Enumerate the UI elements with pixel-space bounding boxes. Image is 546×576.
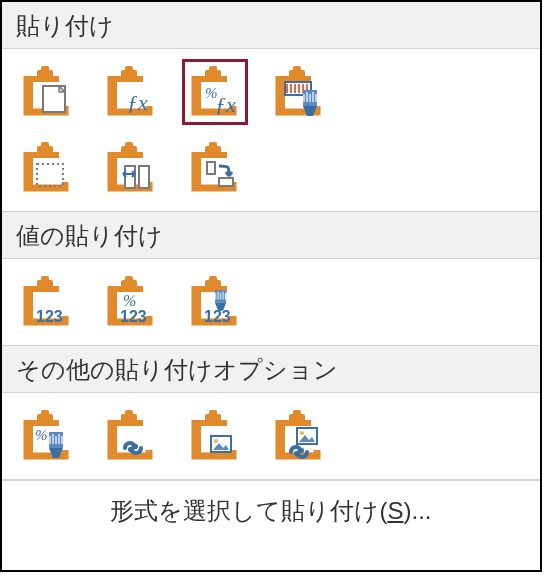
section-title: その他の貼り付けオプション [16, 356, 338, 383]
clipboard-formatting-icon: % [21, 410, 73, 462]
svg-rect-11 [139, 166, 149, 188]
section-header-values: 値の貼り付け [2, 212, 540, 259]
svg-text:123: 123 [36, 308, 63, 325]
svg-text:%: % [35, 427, 48, 443]
paste-values-button[interactable]: 123 [14, 269, 80, 335]
section-title: 値の貼り付け [16, 222, 163, 249]
clipboard-linked-picture-icon [273, 410, 325, 462]
svg-text:%: % [123, 292, 136, 309]
paste-linked-picture-button[interactable] [266, 403, 332, 469]
svg-text:123: 123 [204, 308, 231, 325]
paste-keep-column-widths-button[interactable] [98, 135, 164, 201]
clipboard-formulas-number-icon: % [189, 66, 241, 118]
paste-transpose-button[interactable] [182, 135, 248, 201]
section-body-paste: % [2, 49, 540, 212]
section-title: 貼り付け [16, 12, 114, 39]
paste-formulas-number-formatting-button[interactable]: % [182, 59, 248, 125]
svg-text:123: 123 [120, 308, 147, 325]
paste-values-number-formatting-button[interactable]: % 123 [98, 269, 164, 335]
paste-values-source-formatting-button[interactable]: 123 [182, 269, 248, 335]
paste-formulas-button[interactable] [98, 59, 164, 125]
section-header-paste: 貼り付け [2, 2, 540, 49]
clipboard-values-number-icon: % 123 [105, 276, 157, 328]
clipboard-keep-formatting-icon [273, 66, 325, 118]
clipboard-link-icon [105, 410, 157, 462]
svg-rect-12 [207, 162, 215, 174]
clipboard-paste-icon [21, 66, 73, 118]
paste-special-prefix: 形式を選択して貼り付け( [110, 497, 387, 524]
svg-rect-9 [37, 164, 63, 186]
clipboard-column-widths-icon [105, 142, 157, 194]
section-body-values: 123 % 123 123 [2, 259, 540, 346]
paste-no-borders-button[interactable] [14, 135, 80, 201]
paste-keep-source-formatting-button[interactable] [266, 59, 332, 125]
svg-rect-10 [125, 166, 135, 188]
clipboard-values-formatting-icon: 123 [189, 276, 241, 328]
clipboard-no-borders-icon [21, 142, 73, 194]
clipboard-formulas-icon [105, 66, 157, 118]
paste-special-command[interactable]: 形式を選択して貼り付け(S)... [2, 480, 540, 539]
paste-button[interactable] [14, 59, 80, 125]
paste-special-hotkey: S [387, 497, 403, 524]
svg-rect-13 [219, 178, 233, 186]
paste-special-suffix: )... [404, 497, 432, 524]
section-body-other: % [2, 393, 540, 480]
paste-link-button[interactable] [98, 403, 164, 469]
clipboard-picture-icon [189, 410, 241, 462]
paste-picture-button[interactable] [182, 403, 248, 469]
clipboard-values-icon: 123 [21, 276, 73, 328]
paste-formatting-button[interactable]: % [14, 403, 80, 469]
paste-options-panel: 貼り付け % [0, 0, 542, 572]
section-header-other: その他の貼り付けオプション [2, 346, 540, 393]
clipboard-transpose-icon [189, 142, 241, 194]
